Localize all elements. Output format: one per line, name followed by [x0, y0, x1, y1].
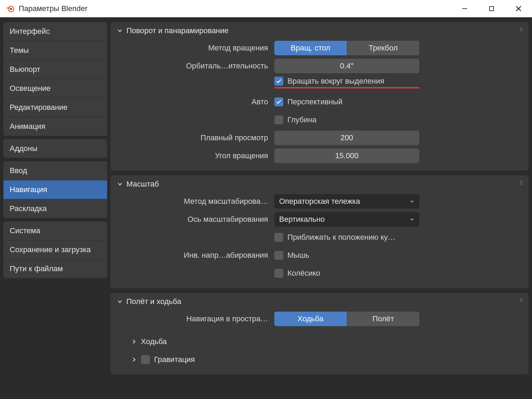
panel-zoom: ⠿ Масштаб Метод масштабирова… Операторск…: [111, 175, 529, 288]
invert-mouse-label: Мышь: [287, 251, 309, 260]
zoom-axis-value: Вертикально: [279, 215, 325, 224]
sidebar-item[interactable]: Анимация: [3, 117, 107, 136]
chevron-right-icon: [131, 357, 137, 362]
rotation-method-segmented[interactable]: Вращ. столТрекбол: [274, 41, 419, 55]
chevron-right-icon: [131, 339, 137, 344]
zoom-method-label: Метод масштабирова…: [115, 197, 274, 206]
auto-perspective-label: Перспективный: [287, 97, 343, 106]
sidebar-item[interactable]: Ввод: [3, 161, 107, 180]
segment-option[interactable]: Полёт: [347, 312, 420, 326]
nav-view-label: Навигация в простра…: [115, 314, 274, 323]
orbit-around-selection-label: Вращать вокруг выделения: [287, 77, 384, 86]
window-minimize-button[interactable]: [451, 0, 478, 17]
sidebar-item[interactable]: Интерфейс: [3, 22, 107, 41]
window-controls: [451, 0, 532, 17]
chevron-down-icon: [117, 28, 123, 34]
chevron-down-icon: [410, 217, 415, 222]
window-close-button[interactable]: [505, 0, 532, 17]
sidebar-item[interactable]: Система: [3, 221, 107, 240]
orbit-sensitivity-label: Орбиталь…ительность: [115, 61, 274, 70]
panel-header-fly-walk[interactable]: Полёт и ходьба: [115, 297, 524, 306]
orbit-sensitivity-field[interactable]: 0.4°: [274, 59, 419, 73]
invert-mouse-checkbox[interactable]: [274, 251, 283, 260]
segment-option[interactable]: Ходьба: [274, 312, 347, 326]
panel-title: Поворот и панарамирование: [126, 26, 229, 35]
zoom-to-mouse-checkbox[interactable]: [274, 233, 283, 242]
sidebar-item[interactable]: Пути к файлам: [3, 259, 107, 278]
auto-label: Авто: [115, 97, 274, 106]
invert-zoom-label: Инв. напр…абирования: [115, 251, 274, 260]
smooth-view-field[interactable]: 200: [274, 131, 419, 145]
panel-grip-icon[interactable]: ⠿: [520, 180, 524, 186]
svg-point-1: [10, 8, 12, 10]
panel-header-zoom[interactable]: Масштаб: [115, 180, 524, 189]
annotation-underline: [274, 85, 419, 88]
panel-fly-walk: ⠿ Полёт и ходьба Навигация в простра… Хо…: [111, 293, 529, 374]
sidebar-item[interactable]: Аддоны: [3, 139, 107, 158]
zoom-axis-label: Ось масштабирования: [115, 215, 274, 224]
preferences-sidebar: ИнтерфейсТемыВьюпортОсвещениеРедактирова…: [0, 17, 111, 399]
smooth-view-label: Плавный просмотр: [115, 133, 274, 142]
sidebar-item[interactable]: Освещение: [3, 79, 107, 98]
sidebar-item[interactable]: Темы: [3, 41, 107, 60]
segment-option[interactable]: Вращ. стол: [274, 41, 347, 55]
preferences-content: ⠿ Поворот и панарамирование Метод вращен…: [111, 17, 532, 399]
auto-depth-label: Глубина: [287, 115, 316, 124]
window-title: Параметры Blender: [19, 4, 451, 13]
rotation-angle-label: Угол вращения: [115, 151, 274, 160]
window-titlebar: Параметры Blender: [0, 0, 532, 17]
gravity-sub-label: Гравитация: [154, 355, 195, 364]
auto-depth-checkbox[interactable]: [274, 115, 283, 124]
zoom-method-dropdown[interactable]: Операторская тележка: [274, 194, 419, 209]
sidebar-item[interactable]: Сохранение и загрузка: [3, 240, 107, 259]
orbit-around-selection-checkbox[interactable]: [274, 77, 283, 86]
panel-orbit-pan: ⠿ Поворот и панарамирование Метод вращен…: [111, 22, 529, 171]
sidebar-item[interactable]: Редактирование: [3, 98, 107, 117]
walk-sub-label: Ходьба: [141, 337, 167, 346]
chevron-down-icon: [410, 199, 415, 204]
panel-grip-icon[interactable]: ⠿: [520, 27, 524, 32]
invert-wheel-label: Колёсико: [287, 269, 320, 278]
panel-header-orbit-pan[interactable]: Поворот и панарамирование: [115, 26, 524, 35]
zoom-to-mouse-label: Приближать к положению ку…: [287, 233, 396, 242]
zoom-method-value: Операторская тележка: [279, 197, 360, 206]
invert-wheel-checkbox[interactable]: [274, 269, 283, 278]
zoom-axis-dropdown[interactable]: Вертикально: [274, 212, 419, 227]
gravity-subpanel-toggle[interactable]: Гравитация: [115, 352, 524, 367]
segment-option[interactable]: Трекбол: [347, 41, 420, 55]
sidebar-item[interactable]: Вьюпорт: [3, 60, 107, 79]
auto-perspective-checkbox[interactable]: [274, 97, 283, 106]
panel-title: Масштаб: [126, 180, 159, 189]
svg-rect-3: [490, 7, 494, 11]
rotation-method-label: Метод вращения: [115, 44, 274, 53]
sidebar-item[interactable]: Раскладка: [3, 199, 107, 218]
chevron-down-icon: [117, 181, 123, 187]
rotation-angle-field[interactable]: 15.000: [274, 149, 419, 163]
chevron-down-icon: [117, 298, 123, 305]
walk-subpanel-toggle[interactable]: Ходьба: [115, 334, 524, 349]
window-maximize-button[interactable]: [478, 0, 505, 17]
nav-view-segmented[interactable]: ХодьбаПолёт: [274, 312, 419, 326]
sidebar-item[interactable]: Навигация: [3, 180, 107, 199]
gravity-checkbox[interactable]: [141, 355, 150, 364]
panel-grip-icon[interactable]: ⠿: [520, 298, 524, 303]
panel-title: Полёт и ходьба: [126, 297, 181, 306]
blender-logo-icon: [6, 4, 15, 13]
